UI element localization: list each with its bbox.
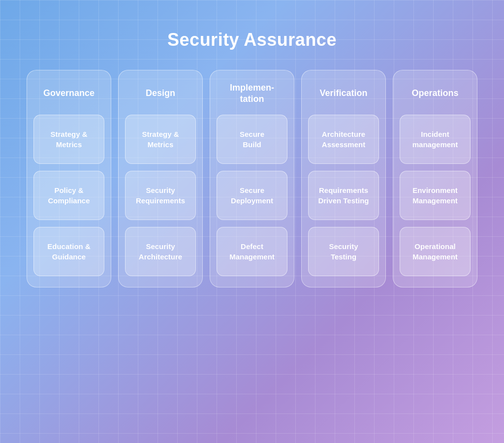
column-implementation: Implemen-tationSecureBuildSecureDeployme…: [210, 70, 294, 287]
card-gov-1[interactable]: Strategy &Metrics: [33, 115, 104, 164]
card-ops-3[interactable]: OperationalManagement: [400, 227, 471, 276]
card-ver-1[interactable]: ArchitectureAssessment: [308, 115, 379, 164]
card-gov-2[interactable]: Policy &Compliance: [33, 171, 104, 220]
column-header-governance: Governance: [43, 81, 94, 106]
column-header-operations: Operations: [411, 81, 458, 106]
card-ops-2[interactable]: EnvironmentManagement: [400, 171, 471, 220]
card-des-2[interactable]: SecurityRequirements: [125, 171, 196, 220]
column-header-design: Design: [146, 81, 175, 106]
columns-container: GovernanceStrategy &MetricsPolicy &Compl…: [0, 70, 504, 287]
column-design: DesignStrategy &MetricsSecurityRequireme…: [118, 70, 203, 287]
card-imp-2[interactable]: SecureDeployment: [217, 171, 287, 220]
card-gov-3[interactable]: Education &Guidance: [33, 227, 104, 276]
column-verification: VerificationArchitectureAssessmentRequir…: [301, 70, 386, 287]
card-ops-1[interactable]: Incidentmanagement: [400, 115, 471, 164]
column-governance: GovernanceStrategy &MetricsPolicy &Compl…: [27, 70, 111, 287]
card-imp-3[interactable]: DefectManagement: [217, 227, 287, 276]
column-operations: OperationsIncidentmanagementEnvironmentM…: [393, 70, 477, 287]
card-des-1[interactable]: Strategy &Metrics: [125, 115, 196, 164]
card-imp-1[interactable]: SecureBuild: [217, 115, 287, 164]
card-ver-2[interactable]: RequirementsDriven Testing: [308, 171, 379, 220]
card-ver-3[interactable]: SecurityTesting: [308, 227, 379, 276]
page-title: Security Assurance: [167, 30, 337, 50]
card-des-3[interactable]: SecurityArchitecture: [125, 227, 196, 276]
column-header-implementation: Implemen-tation: [230, 81, 274, 106]
column-header-verification: Verification: [319, 81, 367, 106]
